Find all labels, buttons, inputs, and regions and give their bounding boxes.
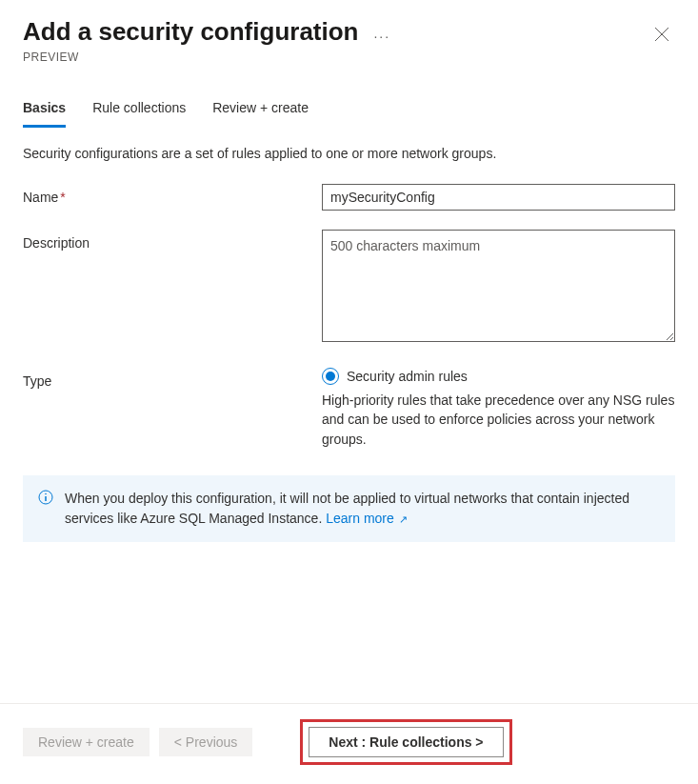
name-input[interactable] (322, 184, 675, 211)
radio-dot-icon (326, 372, 335, 381)
radio-security-admin-label[interactable]: Security admin rules (347, 369, 468, 384)
footer: Review + create < Previous Next : Rule c… (0, 703, 698, 784)
radio-security-admin[interactable] (322, 368, 339, 385)
description-label: Description (23, 230, 322, 251)
tab-review-create[interactable]: Review + create (212, 92, 309, 128)
close-button[interactable] (648, 21, 675, 50)
intro-text: Security configurations are a set of rul… (23, 146, 675, 161)
info-text: When you deploy this configuration, it w… (65, 489, 660, 529)
more-icon[interactable]: ··· (373, 29, 390, 44)
info-icon (38, 490, 53, 508)
external-link-icon: ↗ (396, 513, 408, 525)
required-indicator: * (60, 190, 65, 205)
name-label: Name* (23, 184, 322, 205)
review-create-button[interactable]: Review + create (23, 728, 150, 756)
highlight-annotation: Next : Rule collections > (300, 719, 511, 765)
description-textarea[interactable] (322, 230, 675, 342)
previous-button[interactable]: < Previous (159, 728, 253, 756)
tab-basics[interactable]: Basics (23, 92, 66, 128)
type-label: Type (23, 368, 322, 389)
svg-point-4 (45, 493, 47, 495)
page-title: Add a security configuration (23, 17, 359, 47)
type-help-text: High-priority rules that take precedence… (322, 391, 675, 449)
tab-rule-collections[interactable]: Rule collections (92, 92, 186, 128)
preview-badge: PREVIEW (23, 50, 648, 64)
tab-bar: Basics Rule collections Review + create (0, 92, 698, 129)
learn-more-link[interactable]: Learn more ↗ (326, 511, 408, 526)
next-button[interactable]: Next : Rule collections > (309, 727, 503, 757)
info-banner: When you deploy this configuration, it w… (23, 475, 675, 542)
close-icon (654, 30, 669, 45)
